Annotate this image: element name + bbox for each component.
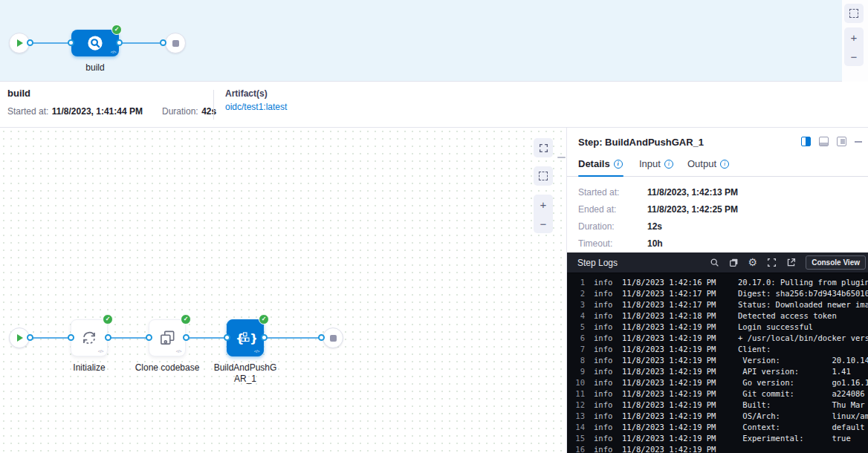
log-level: info [585,288,613,299]
zoom-in-icon[interactable]: + [844,27,864,47]
copy-icon[interactable] [729,258,739,267]
log-msg: Digest: sha256:b7d9434b65010f038f8ec [738,288,868,299]
log-time: 11/8/2023 1:42:19 PM [613,366,738,377]
steps-end-node [323,327,343,348]
marquee-select-button[interactable] [844,4,864,23]
step-card-clone-codebase[interactable]: </> [149,319,186,356]
step-logs-panel: Step Logs ⚙ [567,252,868,453]
stage-zoom-control[interactable]: + − [844,27,864,66]
log-num: 6 [567,333,585,344]
log-num: 12 [567,400,585,411]
node-port [27,39,33,46]
log-line: 7info11/8/2023 1:42:19 PMClient: [567,344,868,355]
node-port [68,39,74,46]
play-icon [17,334,23,342]
log-msg: Built: Thu Mar 24 01:45 [738,400,868,411]
tab-details[interactable]: Details i [578,158,623,169]
panel-resize-handle[interactable] [557,157,566,158]
log-time: 11/8/2023 1:42:18 PM [613,310,738,322]
log-level: info [585,400,613,411]
build-summary-bar: build Started at: 11/8/2023, 1:41:44 PM … [0,82,868,128]
log-msg [738,444,868,453]
log-num: 13 [567,411,585,422]
success-check-icon: ✓ [259,314,269,325]
step-logs-body[interactable]: 1info11/8/2023 1:42:16 PM20.17.0: Pullin… [567,273,868,453]
code-glyph: </> [254,349,259,353]
log-time: 11/8/2023 1:42:17 PM [613,299,738,310]
refresh-icon [80,328,99,348]
node-port [116,39,123,46]
log-num: 1 [567,277,585,288]
log-level: info [585,310,613,322]
build-started: Started at: 11/8/2023, 1:41:44 PM [7,104,143,117]
minimize-icon[interactable] [855,141,862,143]
zoom-out-icon[interactable]: − [844,47,864,66]
tab-output[interactable]: Output i [687,158,729,169]
detail-label: Ended at: [578,204,616,215]
info-icon[interactable]: i [614,160,623,169]
detail-value: 11/8/2023, 1:42:13 PM [647,187,738,198]
log-level: info [585,277,613,288]
log-num: 8 [567,355,585,366]
fullscreen-button[interactable] [534,138,553,157]
step-label: BuildAndPushGAR_1 [211,362,279,385]
step-edge [266,337,323,339]
stage-node-build[interactable]: </> [71,30,119,56]
node-port [224,334,230,341]
code-glyph: </> [111,50,116,54]
artifact-link[interactable]: oidc/test1:latest [225,102,287,112]
step-card-buildandpushgar-1[interactable]: { } </> [227,319,264,356]
pipeline-canvas[interactable]: </> ✓ Initialize </> ✓ Clone codebase { … [0,128,566,453]
log-time: 11/8/2023 1:42:19 PM [613,444,738,453]
info-icon[interactable]: i [664,160,673,169]
log-level: info [585,444,613,453]
log-msg: Experimental: true [738,433,868,444]
step-logs-header: Step Logs ⚙ [567,252,868,273]
log-level: info [585,388,613,400]
log-num: 5 [567,322,585,333]
log-time: 11/8/2023 1:42:19 PM [613,422,738,433]
console-view-button[interactable]: Console View [806,255,866,270]
duration-value: 42s [201,106,216,117]
node-port [27,334,33,341]
step-card-initialize[interactable]: </> [71,319,108,356]
layout-bottom-icon[interactable] [819,137,829,146]
log-level: info [585,333,613,344]
log-msg: OS/Arch: linux/amd64 [738,411,868,422]
marquee-select-button[interactable] [534,166,553,186]
log-line: 1info11/8/2023 1:42:16 PM20.17.0: Pullin… [567,277,868,288]
detail-label: Timeout: [578,238,612,249]
step-panel-title: Step: BuildAndPushGAR_1 [578,137,704,148]
log-num: 16 [567,444,585,453]
log-num: 9 [567,366,585,377]
log-level: info [585,344,613,355]
success-check-icon: ✓ [181,314,191,325]
tab-label: Output [687,158,716,169]
tab-input[interactable]: Input i [639,158,673,169]
log-time: 11/8/2023 1:42:19 PM [613,400,738,411]
log-level: info [585,411,613,422]
log-msg: 20.17.0: Pulling from plugins/gar [738,277,868,288]
log-level: info [585,355,613,366]
search-icon[interactable] [710,258,719,267]
zoom-out-icon[interactable]: − [534,214,553,233]
log-level: info [585,422,613,433]
info-icon[interactable]: i [720,160,729,169]
open-in-new-icon[interactable] [786,258,796,267]
layout-float-icon[interactable] [837,137,846,146]
log-msg: Git commit: a224086 [738,388,868,400]
log-time: 11/8/2023 1:42:19 PM [613,344,738,355]
expand-icon[interactable] [767,258,777,267]
settings-gear-icon[interactable]: ⚙ [748,258,758,267]
zoom-in-icon[interactable]: + [534,195,553,214]
log-msg: Version: 20.10.14 [738,355,868,366]
log-msg: Login successful [738,322,868,333]
canvas-zoom-control[interactable]: + − [534,195,553,233]
log-level: info [585,322,613,333]
node-port [146,334,152,341]
layout-right-icon[interactable] [801,137,811,146]
detail-value: 10h [647,238,663,249]
log-line: 14info11/8/2023 1:42:19 PM Context: defa… [567,422,868,433]
detail-row: Duration: 12s [567,221,868,238]
log-num: 2 [567,288,585,299]
